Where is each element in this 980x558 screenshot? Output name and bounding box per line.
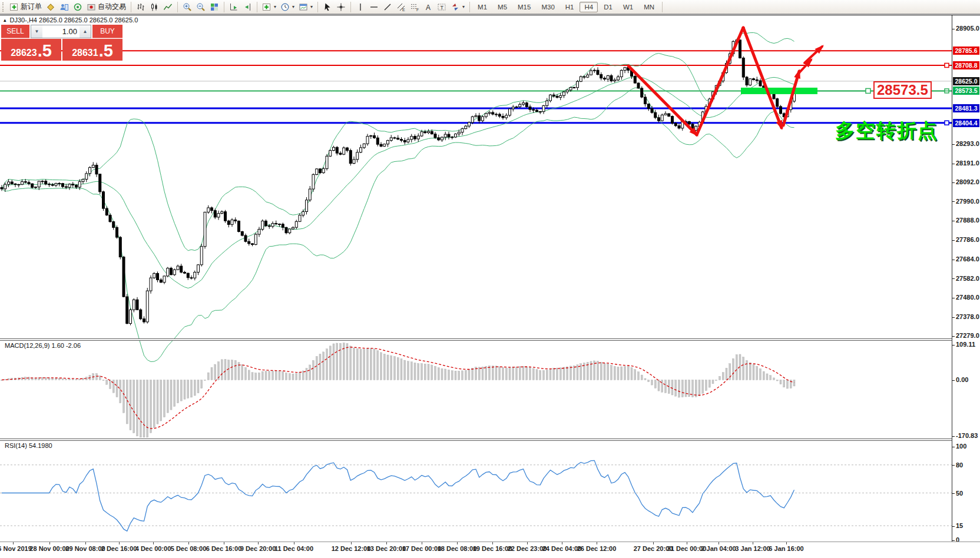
timeframe-bar: M1M5M15M30H1H4D1W1MN: [473, 2, 659, 12]
macd-axis-tick: -170.83: [952, 432, 978, 439]
price-axis-tick: 28191.0: [952, 160, 979, 167]
time-axis-label: 6 Jan 16:00: [769, 545, 803, 552]
text-icon: A: [423, 2, 433, 12]
bollinger-lower-band: [2, 88, 794, 361]
time-axis-label: 9 Dec 20:00: [240, 545, 276, 552]
time-axis-tick: [786, 542, 787, 544]
callout-node[interactable]: [866, 88, 870, 93]
equidistant-channel-button[interactable]: E: [395, 1, 408, 14]
cursor-button[interactable]: [321, 1, 334, 14]
chart-shift-button[interactable]: [241, 1, 254, 14]
volume-down-button[interactable]: ▼: [31, 25, 42, 38]
time-axis-tick: [687, 542, 687, 544]
one-click-collapse-icon[interactable]: ▴: [4, 17, 6, 23]
volume-input[interactable]: [42, 25, 80, 38]
zoom-out-button[interactable]: [194, 1, 207, 14]
price-axis-tick: 27888.0: [952, 217, 979, 224]
time-axis-label: 11 Dec 04:00: [274, 545, 313, 552]
line-chart-button[interactable]: [161, 1, 174, 14]
price-axis-tick: 27684.0: [952, 255, 979, 263]
indicators-button[interactable]: ▾: [260, 1, 278, 14]
sell-price[interactable]: 28623 .5: [1, 39, 61, 61]
vertical-line-button[interactable]: [354, 1, 367, 14]
tab-timeframe-d1[interactable]: D1: [599, 2, 617, 12]
market-watch-button[interactable]: [44, 1, 57, 14]
time-axis-label: 2 Dec 16:00: [101, 545, 137, 552]
time-axis-tick: [13, 542, 14, 544]
tab-timeframe-w1[interactable]: W1: [618, 2, 638, 12]
macd-panel-separator[interactable]: [0, 338, 980, 341]
support-band[interactable]: [741, 88, 817, 94]
tab-timeframe-m5[interactable]: M5: [493, 2, 512, 12]
price-chart-canvas[interactable]: [0, 0, 980, 558]
bar-chart-button[interactable]: [134, 1, 147, 14]
zoom-in-icon: [183, 2, 192, 12]
periods-button[interactable]: ▾: [279, 1, 296, 14]
toolbar-grip[interactable]: [2, 2, 6, 12]
new-order-label: 新订单: [21, 2, 42, 12]
bar-chart-icon: [136, 2, 145, 12]
tab-timeframe-m30[interactable]: M30: [537, 2, 559, 12]
price-axis-tick: 28905.0: [952, 25, 979, 32]
volume-up-button[interactable]: ▲: [80, 25, 91, 38]
fibonacci-button[interactable]: F: [408, 1, 421, 14]
price-callout[interactable]: 28573.5: [873, 81, 932, 99]
tile-windows-button[interactable]: [208, 1, 221, 14]
time-axis-tick: [153, 542, 154, 544]
turning-point-label[interactable]: 多空转折点: [835, 118, 938, 144]
zoom-in-button[interactable]: [181, 1, 194, 14]
tab-timeframe-h4[interactable]: H4: [580, 2, 598, 12]
time-axis-label: 31 Dec 00:00: [667, 545, 707, 552]
candlestick-chart-button[interactable]: [148, 1, 161, 14]
price-line-badge: 28573.5: [953, 87, 979, 95]
tab-timeframe-m1[interactable]: M1: [473, 2, 492, 12]
svg-text:T: T: [441, 4, 444, 10]
buy-price[interactable]: 28631 .5: [62, 39, 122, 61]
svg-text:A: A: [426, 3, 431, 11]
price-line-badge: 28404.4: [953, 119, 979, 127]
data-window-icon: [59, 2, 69, 12]
svg-text:E: E: [402, 7, 405, 11]
navigator-icon: [73, 2, 82, 12]
horizontal-line-button[interactable]: [368, 1, 380, 14]
data-window-button[interactable]: [58, 1, 71, 14]
buy-button[interactable]: BUY: [92, 25, 122, 38]
auto-trading-button[interactable]: 自动交易: [85, 1, 128, 14]
arrows-tool-icon: [451, 2, 460, 12]
crosshair-button[interactable]: [335, 1, 347, 14]
time-axis-tick: [85, 542, 86, 544]
macd-label: MACD(12,26,9) 1.60 -2.06: [5, 342, 81, 349]
text-button[interactable]: A: [422, 1, 435, 14]
price-axis-tick: 27786.0: [952, 236, 979, 243]
zoom-out-icon: [196, 2, 206, 12]
cursor-icon: [323, 2, 332, 12]
time-axis-label: 13 Dec 20:00: [367, 545, 406, 552]
price-line-badge: 28625.0: [953, 77, 979, 85]
time-axis[interactable]: 26 Nov 201928 Nov 00:0029 Nov 08:002 Dec…: [0, 542, 980, 558]
price-line-badge: 28785.6: [953, 46, 979, 55]
time-axis-label: 4 Dec 00:00: [135, 545, 171, 552]
price-axis[interactable]: 28905.028293.028191.028092.027990.027888…: [952, 15, 980, 542]
vertical-line-icon: [356, 2, 365, 12]
tab-timeframe-h1[interactable]: H1: [561, 2, 579, 12]
sell-button[interactable]: SELL: [1, 25, 29, 38]
auto-scroll-button[interactable]: [227, 1, 240, 14]
rsi-panel-separator[interactable]: [0, 439, 980, 441]
line-handle[interactable]: [945, 121, 949, 125]
text-label-button[interactable]: T: [435, 1, 448, 14]
trendline-button[interactable]: [381, 1, 394, 14]
price-axis-tick: 27279.0: [952, 332, 979, 339]
toolbar: 新订单 自动交易 ▾ ▾ ▾ E F A T ▾: [0, 0, 980, 14]
time-axis-tick: [527, 542, 528, 544]
tab-timeframe-mn[interactable]: MN: [639, 2, 659, 12]
line-handle[interactable]: [945, 63, 949, 67]
time-axis-tick: [258, 542, 259, 544]
new-order-button[interactable]: 新订单: [8, 1, 44, 14]
time-axis-label: 18 Dec 08:00: [438, 545, 477, 552]
arrows-tool-button[interactable]: ▾: [449, 1, 466, 14]
templates-button[interactable]: ▾: [297, 1, 314, 14]
rsi-axis-tick: 80: [952, 461, 963, 469]
navigator-button[interactable]: [71, 1, 84, 14]
tab-timeframe-m15[interactable]: M15: [513, 2, 535, 12]
time-axis-tick: [719, 542, 719, 544]
